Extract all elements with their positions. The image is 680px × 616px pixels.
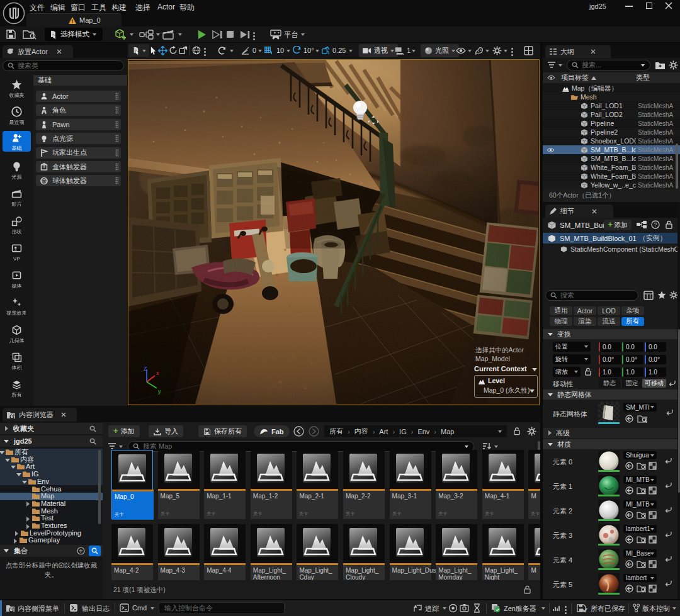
svg-text:Z: Z (144, 366, 147, 372)
svg-text:?: ? (654, 221, 657, 228)
svg-text:y: y (158, 388, 161, 395)
svg-text:x: x (156, 370, 159, 376)
